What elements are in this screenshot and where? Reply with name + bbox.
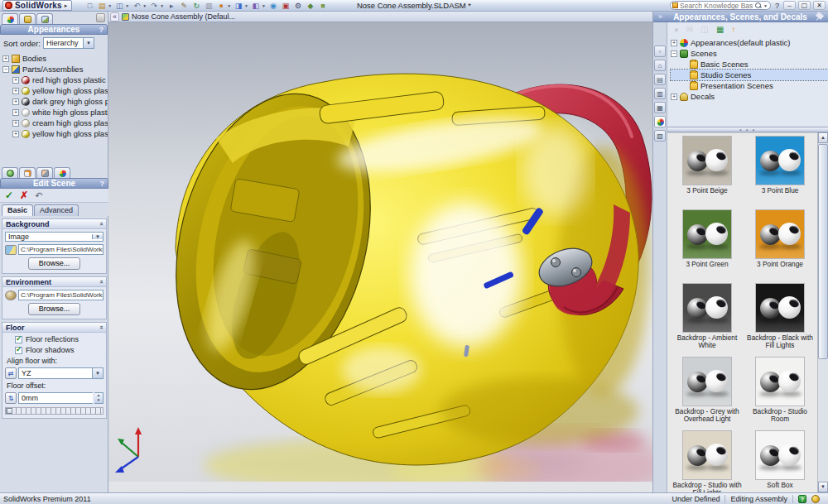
expander-icon[interactable]: +: [671, 94, 677, 100]
floor-offset-input[interactable]: 0mm: [18, 392, 93, 404]
view-settings-icon[interactable]: ◧: [250, 1, 262, 11]
side-tab-file-explorer[interactable]: ▥: [654, 88, 666, 99]
align-axis-icon[interactable]: ⇄: [5, 367, 17, 379]
tab-view-scene-lights[interactable]: [36, 13, 53, 24]
redo-icon[interactable]: ↷: [148, 1, 160, 11]
thumbnail-3-point-beige[interactable]: 3 Point Beige: [671, 136, 744, 209]
apply-scene-dropdown-icon[interactable]: ▼: [244, 3, 248, 8]
appearances-help-icon[interactable]: ?: [99, 26, 104, 34]
help-button[interactable]: ?: [773, 2, 781, 10]
thumbnail-backdrop-ambient-white[interactable]: Backdrop - Ambient White: [671, 283, 744, 357]
thumbnail-backdrop-grey-with-overhead-light[interactable]: Backdrop - Grey with Overhead Light: [671, 357, 744, 430]
environment-browse-button[interactable]: Browse...: [28, 303, 81, 315]
background-group-header[interactable]: Background»: [2, 219, 106, 229]
scroll-down-icon[interactable]: ▼: [818, 482, 828, 492]
task-pane-collapse-icon[interactable]: »: [653, 12, 666, 21]
expander-icon[interactable]: +: [671, 40, 677, 46]
feature-tree-collapse-icon[interactable]: «: [110, 12, 119, 22]
minimize-button[interactable]: –: [783, 1, 796, 10]
edit-appearance-dropdown-icon[interactable]: ▼: [227, 3, 231, 8]
restore-button[interactable]: ▢: [798, 1, 811, 10]
sketch-icon[interactable]: ✎: [178, 1, 190, 11]
tree-item-dark-grey-high-gloss-plastic[interactable]: +dark grey high gloss plastic: [2, 96, 108, 107]
side-tab-view-palette[interactable]: ▦: [654, 102, 666, 113]
expander-icon[interactable]: −: [2, 66, 9, 73]
slider-thumb[interactable]: [7, 408, 12, 414]
search-input[interactable]: [680, 2, 753, 10]
thumbnails-scrollbar[interactable]: ▲ ▼: [817, 132, 828, 492]
new-icon[interactable]: □: [84, 1, 95, 11]
floor-reflections-checkbox-row[interactable]: Floor reflections: [5, 335, 104, 343]
expander-icon[interactable]: +: [12, 98, 19, 105]
hide-show-icon[interactable]: ◉: [267, 1, 279, 11]
search-box[interactable]: ▼: [670, 1, 771, 10]
expander-icon[interactable]: −: [671, 50, 677, 57]
model-canvas[interactable]: [108, 22, 652, 492]
tab-display-manager[interactable]: [54, 167, 70, 178]
tab-scene[interactable]: [2, 167, 18, 178]
thumbnail-soft-box[interactable]: Soft Box: [744, 430, 816, 492]
thumbnail-3-point-blue[interactable]: 3 Point Blue: [744, 136, 816, 209]
pin-icon[interactable]: [815, 12, 825, 22]
help-doc-icon[interactable]: ◆: [305, 1, 316, 11]
tab-advanced[interactable]: Advanced: [34, 204, 79, 216]
apply-scene-icon[interactable]: ◨: [233, 1, 244, 11]
tree-item-white-high-gloss-plastic[interactable]: +white high gloss plastic: [2, 107, 108, 118]
tree-item-decals[interactable]: +Decals: [671, 91, 828, 102]
search-icon[interactable]: [754, 2, 763, 10]
options-icon[interactable]: ⚙: [292, 1, 304, 11]
floor-reflections-checkbox[interactable]: [15, 336, 22, 343]
tree-item-yellow-high-gloss-plastic-2[interactable]: +yellow high gloss plastic <2>: [2, 128, 108, 139]
background-path-field[interactable]: C:\Program Files\SolidWorks Corp\SolidV: [18, 244, 104, 255]
thumbnail-backdrop-black-with-fill-lights[interactable]: Backdrop - Black with Fill Lights: [744, 283, 816, 357]
floor-offset-slider[interactable]: [5, 407, 104, 415]
undo-button[interactable]: ↶: [35, 190, 42, 201]
floor-offset-spinner[interactable]: ▲▼: [94, 392, 104, 404]
thumbnail-3-point-orange[interactable]: 3 Point Orange: [744, 209, 816, 283]
document-tab-label[interactable]: Nose Cone Assembly (Defaul...: [132, 12, 235, 21]
expander-icon[interactable]: +: [12, 77, 19, 84]
scrollbar-thumb[interactable]: [818, 144, 828, 359]
thumbnail-backdrop-studio-room[interactable]: Backdrop - Studio Room: [744, 357, 816, 430]
tree-item-scenes[interactable]: −Scenes: [671, 48, 828, 59]
ok-button[interactable]: ✓: [5, 190, 13, 201]
expander-icon[interactable]: +: [12, 131, 19, 137]
floor-offset-icon[interactable]: ⇅: [5, 392, 17, 404]
update-library-icon[interactable]: ↑: [731, 25, 735, 34]
save-icon[interactable]: ◫: [113, 1, 125, 11]
edit-appearance-icon[interactable]: ●: [215, 1, 227, 11]
status-alert-icon[interactable]: [811, 495, 820, 503]
expander-icon[interactable]: +: [2, 55, 9, 62]
side-tab-custom-properties[interactable]: ▧: [654, 130, 666, 142]
tree-item-cream-high-gloss-plastic[interactable]: +cream high gloss plastic: [2, 118, 108, 128]
side-tab-auto-show[interactable]: ◦: [654, 46, 666, 57]
tree-item-yellow-high-gloss-plastic[interactable]: +yellow high gloss plastic: [2, 85, 108, 96]
tree-item-studio-scenes[interactable]: +Studio Scenes: [671, 70, 828, 80]
open-icon[interactable]: ▤: [96, 1, 108, 11]
pane-splitter[interactable]: ▪ ▪ ▪: [667, 127, 828, 132]
side-tab-appearances-scenes[interactable]: [654, 116, 666, 127]
expander-icon[interactable]: +: [12, 120, 19, 127]
close-button[interactable]: ✕: [813, 1, 826, 10]
sort-order-select[interactable]: Hierarchy▼: [43, 37, 94, 49]
view-settings-dropdown-icon[interactable]: ▼: [262, 3, 266, 8]
tree-item-red-high-gloss-plastic[interactable]: +red high gloss plastic: [2, 74, 108, 85]
environment-group-header[interactable]: Environment»: [2, 277, 106, 287]
redo-dropdown-icon[interactable]: ▼: [160, 3, 164, 8]
open-dropdown-icon[interactable]: ▼: [108, 3, 112, 8]
whats-new-icon[interactable]: ■: [317, 1, 329, 11]
background-browse-button[interactable]: Browse...: [28, 257, 81, 270]
cancel-button[interactable]: ✗: [20, 190, 28, 201]
thumbnail-3-point-green[interactable]: 3 Point Green: [671, 209, 744, 283]
quick-tips-icon[interactable]: ?: [798, 495, 806, 503]
edit-scene-help-icon[interactable]: ?: [100, 180, 105, 188]
tree-item-basic-scenes[interactable]: +Basic Scenes: [671, 59, 828, 70]
undo-icon[interactable]: ↶: [131, 1, 142, 11]
tab-view-decals[interactable]: [19, 13, 36, 24]
panel-options-icon[interactable]: [96, 13, 105, 22]
tab-basic[interactable]: Basic: [2, 204, 33, 216]
select-icon[interactable]: ▸: [166, 1, 177, 11]
tree-item-presentation-scenes[interactable]: +Presentation Scenes: [671, 80, 828, 91]
save-dropdown-icon[interactable]: ▼: [125, 3, 129, 8]
tab-configurations[interactable]: [36, 167, 53, 178]
